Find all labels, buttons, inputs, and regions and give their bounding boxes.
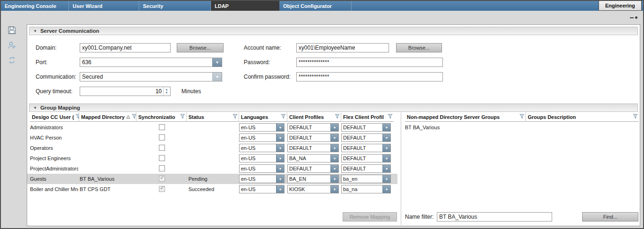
tab-user-wizard[interactable]: User Wizard	[69, 1, 139, 11]
filter-icon[interactable]	[335, 114, 340, 120]
chevron-down-icon: ▼	[382, 134, 390, 141]
client-profile-select[interactable]: DEFAULT▼	[287, 144, 339, 152]
filter-icon[interactable]	[232, 114, 238, 120]
table-row[interactable]: BT BA_Various	[402, 122, 639, 133]
language-select[interactable]: en-US▼	[239, 164, 285, 173]
filter-icon[interactable]	[132, 114, 136, 120]
table-row[interactable]: Operators en-US▼ DEFAULT▼ DEFAULT▼	[27, 143, 397, 153]
flex-client-profile-select[interactable]: DEFAULT▼	[341, 123, 391, 132]
communication-label: Communication:	[36, 72, 76, 81]
table-row[interactable]: Project Engineers en-US▼ BA_NA▼ DEFAULT▼	[27, 153, 397, 163]
domain-browse-button[interactable]: Browse...	[177, 43, 224, 52]
client-profile-select[interactable]: DEFAULT▼	[287, 133, 339, 142]
domain-input[interactable]	[80, 43, 171, 52]
language-select[interactable]: en-US▼	[239, 175, 285, 183]
column-header-nonmapped-groups[interactable]: Non-mapped Directory Server Groups	[405, 112, 526, 122]
client-profile-select[interactable]: DEFAULT▼	[287, 164, 339, 173]
client-profile-select[interactable]: KIOSK▼	[287, 185, 339, 193]
account-name-input[interactable]	[296, 43, 389, 52]
find-button[interactable]: Find...	[582, 212, 638, 222]
chevron-down-icon: ▼	[382, 124, 390, 131]
synchronize-checkbox[interactable]	[159, 176, 165, 182]
filter-icon[interactable]	[388, 114, 393, 120]
synchronize-checkbox[interactable]	[159, 165, 165, 171]
column-header-mapped-directory[interactable]: Mapped Directory	[79, 112, 136, 122]
collapse-arrow-icon: ▼	[33, 29, 37, 33]
chevron-down-icon: ▼	[382, 165, 390, 172]
chevron-down-icon: ▼	[330, 165, 338, 172]
password-label: Password:	[244, 58, 270, 67]
password-input[interactable]	[296, 58, 443, 67]
panel-splitter[interactable]	[401, 112, 401, 225]
flex-client-profile-select[interactable]: DEFAULT▼	[341, 144, 391, 152]
save-button[interactable]	[6, 25, 17, 37]
chevron-down-icon: ▼	[330, 144, 338, 152]
directory-groups-table: BT BA_Various	[402, 122, 639, 133]
filter-icon[interactable]	[75, 114, 79, 120]
validate-user-button[interactable]	[6, 41, 17, 52]
language-select[interactable]: en-US▼	[239, 144, 285, 152]
filter-icon[interactable]	[519, 114, 524, 120]
filter-icon[interactable]	[281, 114, 286, 120]
column-header-flex-client-profiles[interactable]: Flex Client Profil	[341, 112, 394, 122]
column-header-synchronization[interactable]: Synchronizatio	[136, 112, 187, 122]
table-row[interactable]: HVAC Person en-US▼ DEFAULT▼ DEFAULT▼	[27, 133, 397, 143]
synchronize-checkbox[interactable]	[159, 145, 165, 151]
synchronize-checkbox[interactable]	[159, 186, 165, 192]
client-profile-select[interactable]: DEFAULT▼	[287, 123, 339, 132]
chevron-down-icon: ▼	[330, 124, 338, 131]
chevron-down-icon: ▼	[382, 155, 390, 162]
language-select[interactable]: en-US▼	[239, 185, 285, 193]
column-header-client-profiles[interactable]: Client Profiles	[287, 112, 341, 122]
chevron-down-icon: ▼	[382, 144, 390, 152]
name-filter-input[interactable]	[437, 212, 552, 222]
synchronize-checkbox[interactable]	[159, 155, 165, 161]
remove-mapping-button[interactable]: Remove Mapping	[343, 212, 397, 222]
section-header-server-communication[interactable]: ▼ Server Communication	[29, 27, 638, 35]
table-row[interactable]: Guests BT BA_Various Pending en-US▼ BA_E…	[27, 174, 397, 184]
column-header-status[interactable]: Status	[187, 112, 239, 122]
filter-icon[interactable]	[180, 114, 185, 120]
name-filter-label: Name filter:	[405, 212, 434, 222]
communication-select[interactable]: Secured ▼	[80, 72, 222, 81]
confirm-password-input[interactable]	[296, 72, 443, 81]
synchronize-checkbox[interactable]	[159, 134, 165, 140]
language-select[interactable]: en-US▼	[239, 123, 285, 132]
language-select[interactable]: en-US▼	[239, 133, 285, 142]
table-row[interactable]: Boiler and Chiller Mng BT CPS GDT Succee…	[27, 184, 397, 194]
spinner-arrows-icon[interactable]: ▲ ▼	[163, 87, 170, 96]
client-profile-select[interactable]: BA_EN▼	[287, 175, 339, 183]
chevron-down-icon: ▼	[212, 73, 222, 81]
flex-client-profile-select[interactable]: DEFAULT▼	[341, 154, 391, 163]
tab-ldap[interactable]: LDAP	[211, 1, 279, 11]
column-header-groups-description[interactable]: Groups Description	[526, 112, 639, 122]
client-profile-select[interactable]: BA_NA▼	[287, 154, 339, 163]
column-header-user[interactable]: Desigo CC User (	[30, 112, 79, 122]
collapse-handle-icon[interactable]	[630, 16, 637, 19]
language-select[interactable]: en-US▼	[239, 154, 285, 163]
account-browse-button[interactable]: Browse...	[396, 43, 442, 52]
chevron-down-icon: ▼	[276, 134, 284, 141]
query-timeout-stepper[interactable]: 10 ▲ ▼	[80, 87, 171, 96]
tab-object-configurator[interactable]: Object Configurator	[279, 1, 352, 11]
flex-client-profile-select[interactable]: ba_en▼	[341, 175, 391, 183]
account-name-label: Account name:	[244, 43, 281, 52]
tab-engineering-console[interactable]: Engineering Console	[1, 1, 69, 11]
refresh-button[interactable]	[6, 55, 17, 66]
tab-engineering-mode[interactable]: Engineering	[599, 1, 642, 11]
flex-client-profile-select[interactable]: DEFAULT▼	[341, 164, 391, 173]
tab-security[interactable]: Security	[139, 1, 211, 11]
table-row[interactable]: ProjectAdministrators en-US▼ DEFAULT▼ DE…	[27, 163, 397, 174]
app-window: Engineering Console User Wizard Security…	[0, 0, 644, 229]
user-check-icon	[7, 41, 16, 52]
synchronize-checkbox[interactable]	[159, 124, 165, 130]
section-header-group-mapping[interactable]: ▼ Group Mapping	[29, 103, 638, 112]
port-select[interactable]: 636 ▼	[80, 58, 222, 67]
chevron-down-icon: ▼	[276, 175, 284, 183]
flex-client-profile-select[interactable]: ba_na▼	[341, 185, 391, 193]
table-row[interactable]: Administrators en-US▼ DEFAULT▼ DEFAULT▼	[27, 122, 397, 133]
flex-client-profile-select[interactable]: DEFAULT▼	[341, 133, 391, 142]
column-header-languages[interactable]: Languages	[239, 112, 287, 122]
section-title: Server Communication	[40, 28, 99, 34]
filter-icon[interactable]	[633, 114, 638, 120]
